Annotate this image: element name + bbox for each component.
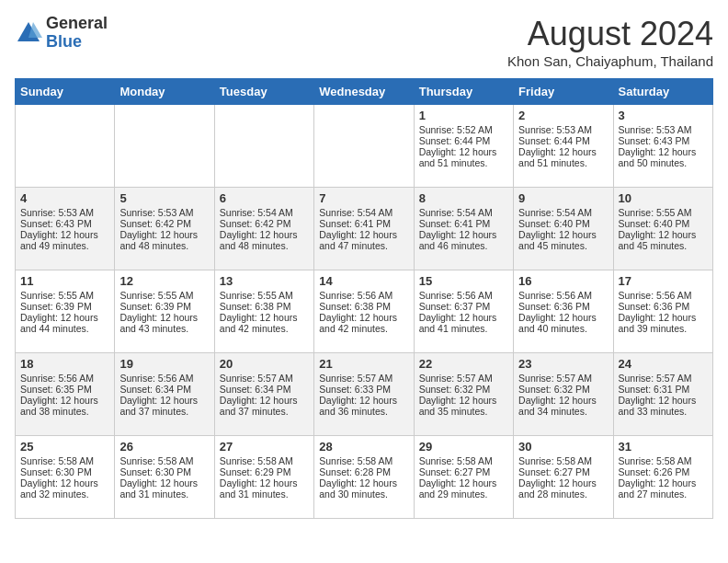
cell-content-line: Daylight: 12 hours — [518, 395, 608, 406]
cell-content-line: Sunrise: 5:56 AM — [319, 290, 408, 301]
cell-content-line: Sunset: 6:26 PM — [619, 466, 708, 477]
cell-content-line: and 39 minutes. — [619, 323, 708, 334]
location-subtitle: Khon San, Chaiyaphum, Thailand — [507, 53, 713, 69]
calendar-cell: 16Sunrise: 5:56 AMSunset: 6:36 PMDayligh… — [514, 270, 613, 353]
day-number: 21 — [319, 357, 408, 371]
cell-content-line: Sunrise: 5:53 AM — [518, 124, 608, 135]
cell-content-line: Sunset: 6:28 PM — [319, 466, 408, 477]
cell-content-line: Sunset: 6:40 PM — [619, 218, 708, 229]
cell-content-line: Sunrise: 5:57 AM — [220, 373, 309, 384]
calendar-cell: 1Sunrise: 5:52 AMSunset: 6:44 PMDaylight… — [414, 105, 513, 188]
day-number: 28 — [319, 440, 408, 454]
week-row-5: 25Sunrise: 5:58 AMSunset: 6:30 PMDayligh… — [16, 436, 713, 519]
cell-content-line: Sunset: 6:33 PM — [319, 384, 408, 395]
cell-content-line: and 46 minutes. — [419, 240, 508, 251]
cell-content-line: Sunset: 6:41 PM — [419, 218, 508, 229]
cell-content-line: and 31 minutes. — [220, 488, 309, 500]
cell-content-line: Daylight: 12 hours — [319, 312, 408, 323]
calendar-cell: 17Sunrise: 5:56 AMSunset: 6:36 PMDayligh… — [613, 270, 712, 353]
cell-content-line: and 30 minutes. — [319, 488, 408, 500]
cell-content-line: and 41 minutes. — [419, 323, 508, 334]
cell-content-line: Sunrise: 5:56 AM — [619, 290, 708, 301]
day-number: 6 — [220, 191, 309, 205]
header-sunday: Sunday — [16, 79, 115, 105]
day-number: 17 — [619, 274, 708, 288]
cell-content-line: Daylight: 12 hours — [20, 395, 109, 406]
day-number: 23 — [518, 357, 608, 371]
cell-content-line: Sunset: 6:32 PM — [419, 384, 508, 395]
day-number: 24 — [619, 357, 708, 371]
cell-content-line: and 49 minutes. — [20, 240, 109, 251]
header-wednesday: Wednesday — [314, 79, 414, 105]
calendar-cell: 5Sunrise: 5:53 AMSunset: 6:42 PMDaylight… — [115, 188, 214, 270]
calendar-cell: 29Sunrise: 5:58 AMSunset: 6:27 PMDayligh… — [414, 436, 513, 519]
cell-content-line: Sunset: 6:27 PM — [518, 466, 608, 477]
calendar-cell: 22Sunrise: 5:57 AMSunset: 6:32 PMDayligh… — [414, 353, 513, 436]
cell-content-line: Sunrise: 5:58 AM — [419, 455, 508, 466]
cell-content-line: Sunset: 6:29 PM — [220, 466, 309, 477]
cell-content-line: Daylight: 12 hours — [619, 395, 708, 406]
cell-content-line: Sunset: 6:35 PM — [20, 384, 109, 395]
cell-content-line: Sunset: 6:36 PM — [619, 301, 708, 312]
cell-content-line: Daylight: 12 hours — [619, 312, 708, 323]
day-number: 11 — [20, 274, 109, 288]
cell-content-line: Sunset: 6:44 PM — [419, 135, 508, 146]
cell-content-line: Sunset: 6:30 PM — [119, 466, 209, 477]
calendar-cell: 9Sunrise: 5:54 AMSunset: 6:40 PMDaylight… — [514, 188, 613, 270]
week-row-4: 18Sunrise: 5:56 AMSunset: 6:35 PMDayligh… — [16, 353, 713, 436]
cell-content-line: Sunset: 6:31 PM — [619, 384, 708, 395]
day-number: 4 — [20, 191, 109, 205]
cell-content-line: and 38 minutes. — [20, 406, 109, 417]
header-monday: Monday — [115, 79, 214, 105]
cell-content-line: Sunrise: 5:56 AM — [20, 373, 109, 384]
cell-content-line: Sunset: 6:37 PM — [419, 301, 508, 312]
calendar-cell: 27Sunrise: 5:58 AMSunset: 6:29 PMDayligh… — [214, 436, 313, 519]
cell-content-line: Daylight: 12 hours — [518, 229, 608, 240]
calendar-cell: 25Sunrise: 5:58 AMSunset: 6:30 PMDayligh… — [16, 436, 115, 519]
cell-content-line: Daylight: 12 hours — [319, 229, 408, 240]
calendar-cell: 30Sunrise: 5:58 AMSunset: 6:27 PMDayligh… — [514, 436, 613, 519]
week-row-1: 1Sunrise: 5:52 AMSunset: 6:44 PMDaylight… — [16, 105, 713, 188]
cell-content-line: Sunrise: 5:56 AM — [419, 290, 508, 301]
cell-content-line: Daylight: 12 hours — [619, 477, 708, 488]
cell-content-line: and 48 minutes. — [119, 240, 209, 251]
cell-content-line: and 35 minutes. — [419, 406, 508, 417]
calendar-cell: 11Sunrise: 5:55 AMSunset: 6:39 PMDayligh… — [16, 270, 115, 353]
day-number: 7 — [319, 191, 408, 205]
cell-content-line: Sunset: 6:38 PM — [319, 301, 408, 312]
cell-content-line: Sunset: 6:30 PM — [20, 466, 109, 477]
header-tuesday: Tuesday — [214, 79, 313, 105]
cell-content-line: Daylight: 12 hours — [220, 312, 309, 323]
header-friday: Friday — [514, 79, 613, 105]
cell-content-line: Sunset: 6:41 PM — [319, 218, 408, 229]
day-number: 29 — [419, 440, 508, 454]
cell-content-line: Daylight: 12 hours — [419, 229, 508, 240]
cell-content-line: and 27 minutes. — [619, 488, 708, 500]
cell-content-line: Sunset: 6:39 PM — [119, 301, 209, 312]
day-number: 25 — [20, 440, 109, 454]
cell-content-line: and 42 minutes. — [319, 323, 408, 334]
cell-content-line: and 40 minutes. — [518, 323, 608, 334]
cell-content-line: and 51 minutes. — [518, 157, 608, 168]
cell-content-line: and 50 minutes. — [619, 157, 708, 168]
cell-content-line: Sunrise: 5:54 AM — [319, 207, 408, 218]
day-number: 15 — [419, 274, 508, 288]
day-number: 12 — [119, 274, 209, 288]
calendar-cell: 15Sunrise: 5:56 AMSunset: 6:37 PMDayligh… — [414, 270, 513, 353]
cell-content-line: Daylight: 12 hours — [319, 395, 408, 406]
calendar-cell — [214, 105, 313, 188]
cell-content-line: and 28 minutes. — [518, 488, 608, 500]
cell-content-line: Daylight: 12 hours — [20, 477, 109, 488]
cell-content-line: Daylight: 12 hours — [419, 395, 508, 406]
cell-content-line: Sunset: 6:38 PM — [220, 301, 309, 312]
day-number: 27 — [220, 440, 309, 454]
calendar-cell: 2Sunrise: 5:53 AMSunset: 6:44 PMDaylight… — [514, 105, 613, 188]
cell-content-line: and 44 minutes. — [20, 323, 109, 334]
day-number: 1 — [419, 109, 508, 122]
cell-content-line: Sunrise: 5:54 AM — [220, 207, 309, 218]
day-number: 2 — [518, 109, 608, 122]
cell-content-line: Sunrise: 5:52 AM — [419, 124, 508, 135]
cell-content-line: and 33 minutes. — [619, 406, 708, 417]
cell-content-line: and 31 minutes. — [119, 488, 209, 500]
cell-content-line: and 36 minutes. — [319, 406, 408, 417]
